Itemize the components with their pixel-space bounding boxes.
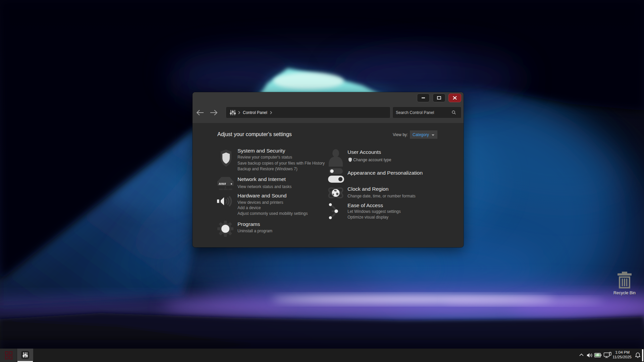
- svg-text:Recycle Bin: Recycle Bin: [613, 291, 636, 295]
